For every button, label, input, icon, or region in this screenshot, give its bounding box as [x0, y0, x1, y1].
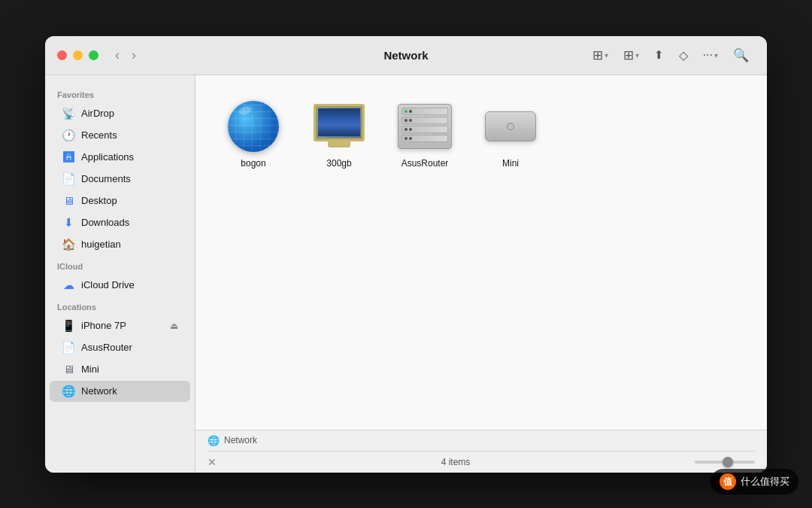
search-button[interactable]: 🔍	[727, 44, 755, 66]
zoom-slider[interactable]	[695, 461, 755, 464]
file-item-bogon[interactable]: bogon	[220, 93, 287, 175]
minimize-button[interactable]	[73, 50, 83, 60]
breadcrumb-label: Network	[224, 435, 257, 446]
search-icon: 🔍	[733, 47, 749, 63]
watermark-text: 什么值得买	[741, 475, 789, 488]
server-dot-6	[404, 137, 408, 140]
mini-label: Mini	[502, 158, 519, 169]
sidebar: Favorites 📡 AirDrop 🕐 Recents 🅰 Applicat…	[45, 75, 195, 473]
mini-sidebar-icon: 🖥	[62, 363, 75, 376]
downloads-icon: ⬇	[62, 216, 75, 230]
sidebar-item-desktop[interactable]: 🖥 Desktop	[50, 190, 190, 211]
window-title: Network	[383, 49, 428, 62]
sidebar-item-recents[interactable]: 🕐 Recents	[50, 125, 190, 146]
recents-icon: 🕐	[62, 129, 75, 142]
network-sidebar-icon: 🌐	[62, 385, 75, 398]
sidebar-item-mini[interactable]: 🖥 Mini	[50, 359, 190, 380]
file-item-asusrouter[interactable]: AsusRouter	[391, 93, 459, 175]
server-dot-5	[409, 128, 412, 131]
monitor-icon	[314, 104, 365, 149]
status-close-button[interactable]: ✕	[208, 456, 217, 468]
bogon-label: bogon	[241, 158, 265, 169]
server-dot-3	[409, 119, 412, 122]
sidebar-item-asusrouter[interactable]: 📄 AsusRouter	[50, 337, 190, 358]
watermark-logo: 值	[720, 473, 736, 490]
airdrop-icon: 📡	[62, 107, 75, 120]
finder-window: ‹ › Network ⊞ ▾ ⊞ ▾ ⬆ ◇	[45, 36, 767, 473]
toolbar-right: ⊞ ▾ ⊞ ▾ ⬆ ◇ ··· ▾ 🔍	[586, 44, 755, 66]
view-icon-grid2-button[interactable]: ⊞ ▾	[617, 44, 645, 66]
grid-icon: ⊞	[592, 47, 603, 63]
sidebar-item-label-huigetian: huigetian	[81, 239, 178, 250]
server-icon	[398, 104, 452, 149]
locations-label: Locations	[45, 297, 195, 315]
sidebar-item-documents[interactable]: 📄 Documents	[50, 169, 190, 190]
sidebar-item-label-mini: Mini	[81, 364, 178, 375]
eject-icon[interactable]: ⏏	[170, 321, 178, 331]
statusbar: 🌐 Network ✕ 4 items	[195, 430, 767, 473]
documents-icon: 📄	[62, 172, 75, 186]
sidebar-item-label-downloads: Downloads	[81, 217, 178, 228]
file-item-mini[interactable]: Mini	[477, 93, 544, 175]
monitor-screen-inner	[318, 108, 360, 136]
grid2-icon: ⊞	[623, 47, 634, 63]
sidebar-item-label-iphone: iPhone 7P	[81, 320, 164, 331]
file-item-300gb[interactable]: 300gb	[305, 93, 373, 175]
sidebar-item-label-documents: Documents	[81, 173, 178, 184]
asusrouter-label: AsusRouter	[401, 158, 449, 169]
watermark: 值 什么值得买	[710, 469, 798, 494]
maximize-button[interactable]	[89, 50, 98, 60]
tag-icon: ◇	[679, 48, 688, 62]
breadcrumb-row: 🌐 Network	[208, 430, 755, 452]
server-dot-4	[404, 128, 408, 131]
tag-button[interactable]: ◇	[673, 45, 694, 65]
server-dot-1	[409, 110, 412, 113]
sidebar-item-iphone[interactable]: 📱 iPhone 7P ⏏	[50, 315, 190, 336]
mac-mini-icon	[485, 111, 536, 141]
sidebar-item-label-airdrop: AirDrop	[81, 108, 178, 119]
file-area: bogon 300gb	[195, 75, 767, 430]
icloud-label: iCloud	[45, 256, 195, 274]
nav-buttons: ‹ ›	[111, 46, 141, 65]
content-area: Favorites 📡 AirDrop 🕐 Recents 🅰 Applicat…	[45, 75, 767, 473]
close-button[interactable]	[57, 50, 67, 60]
sidebar-item-applications[interactable]: 🅰 Applications	[50, 147, 190, 168]
sidebar-item-airdrop[interactable]: 📡 AirDrop	[50, 103, 190, 124]
monitor-base	[328, 141, 350, 148]
breadcrumb-globe-icon: 🌐	[208, 435, 220, 446]
slider-track	[695, 461, 755, 464]
server-dot-green	[404, 110, 408, 113]
sidebar-item-huigetian[interactable]: 🏠 huigetian	[50, 234, 190, 255]
sidebar-item-label-applications: Applications	[81, 151, 178, 163]
status-row: ✕ 4 items	[208, 452, 755, 473]
back-button[interactable]: ‹	[111, 46, 124, 65]
favorites-label: Favorites	[45, 84, 195, 102]
applications-icon: 🅰	[62, 151, 75, 164]
view-icon-grid1-button[interactable]: ⊞ ▾	[586, 44, 614, 66]
300gb-label: 300gb	[326, 158, 351, 169]
forward-button[interactable]: ›	[127, 46, 141, 65]
more-button[interactable]: ··· ▾	[697, 45, 724, 65]
more-dropdown-arrow: ▾	[714, 51, 718, 59]
home-icon: 🏠	[62, 238, 75, 251]
more-icon: ···	[703, 48, 713, 62]
server-row-4	[401, 135, 448, 142]
share-button[interactable]: ⬆	[648, 45, 670, 65]
grid2-dropdown-arrow: ▾	[635, 51, 639, 59]
sidebar-item-label-icloud: iCloud Drive	[81, 279, 178, 291]
sidebar-item-network[interactable]: 🌐 Network	[50, 381, 190, 402]
sidebar-item-label-network: Network	[81, 385, 178, 397]
sidebar-item-icloud-drive[interactable]: ☁ iCloud Drive	[50, 275, 190, 296]
icloud-icon: ☁	[62, 278, 75, 292]
server-dot-7	[409, 137, 412, 140]
sidebar-item-label-recents: Recents	[81, 129, 178, 141]
monitor-screen	[314, 104, 365, 141]
server-row-3	[401, 126, 448, 133]
server-row-1	[401, 108, 448, 115]
share-icon: ⬆	[654, 48, 664, 62]
sidebar-item-label-desktop: Desktop	[81, 195, 178, 206]
sidebar-item-downloads[interactable]: ⬇ Downloads	[50, 212, 190, 233]
server-row-2	[401, 117, 448, 124]
sidebar-item-label-asusrouter: AsusRouter	[81, 342, 178, 353]
grid-dropdown-arrow: ▾	[604, 51, 608, 59]
